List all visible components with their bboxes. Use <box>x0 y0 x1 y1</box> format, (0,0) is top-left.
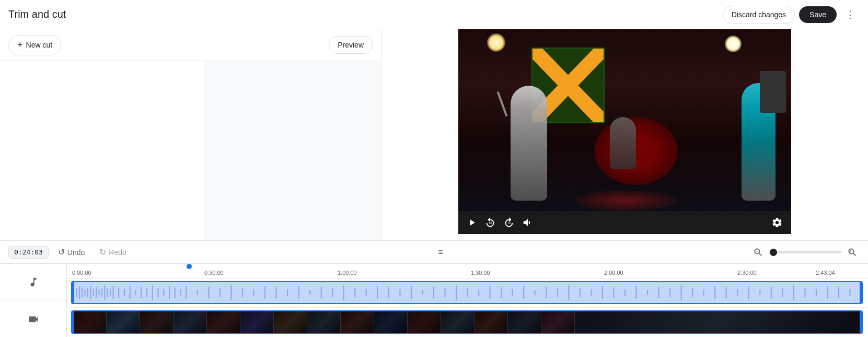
timeline-ruler: 0:00:00 0:30:00 1:00:00 1:30:00 2:00:00 <box>67 264 868 278</box>
forward10-button[interactable]: 10 <box>503 217 515 228</box>
svg-rect-68 <box>568 285 569 300</box>
svg-rect-89 <box>804 288 805 297</box>
ruler-mark-0: 0:00:00 <box>71 270 204 276</box>
svg-rect-72 <box>613 287 614 298</box>
more-vert-icon: ⋮ <box>845 8 855 21</box>
svg-rect-65 <box>535 290 536 295</box>
new-cut-button[interactable]: + New cut <box>8 35 61 55</box>
svg-rect-51 <box>377 286 378 299</box>
svg-rect-27 <box>146 288 147 297</box>
svg-rect-18 <box>104 285 105 300</box>
save-button[interactable]: Save <box>799 6 837 23</box>
drummer-silhouette <box>610 117 636 169</box>
svg-rect-32 <box>175 287 176 298</box>
settings-button[interactable] <box>771 217 783 228</box>
svg-rect-57 <box>444 288 445 297</box>
svg-rect-30 <box>163 289 164 296</box>
svg-rect-70 <box>591 289 592 296</box>
svg-rect-14 <box>93 289 94 296</box>
replay10-icon: 10 <box>484 217 496 228</box>
audio-clip[interactable] <box>72 281 862 304</box>
svg-rect-28 <box>152 285 153 300</box>
svg-rect-15 <box>96 287 97 298</box>
video-clip-left-handle[interactable] <box>71 310 74 334</box>
stage-light-right <box>725 36 742 52</box>
svg-rect-17 <box>101 288 102 297</box>
svg-rect-20 <box>110 289 111 296</box>
zoom-in-button[interactable] <box>845 245 860 260</box>
svg-rect-49 <box>354 288 355 297</box>
svg-rect-19 <box>107 288 108 297</box>
preview-button[interactable]: Preview <box>329 36 373 54</box>
video-controls-bar: 10 10 <box>458 211 791 234</box>
svg-rect-9 <box>79 286 80 299</box>
svg-rect-24 <box>130 286 131 299</box>
ruler-mark-6: 2:43:04 <box>816 270 835 276</box>
volume-button[interactable] <box>522 217 534 228</box>
svg-rect-8 <box>76 288 77 297</box>
svg-rect-82 <box>726 287 727 298</box>
svg-rect-22 <box>118 287 119 298</box>
play-button[interactable] <box>467 217 477 228</box>
svg-rect-85 <box>759 290 760 295</box>
audio-track <box>67 278 868 308</box>
zoom-slider-thumb[interactable] <box>770 249 777 256</box>
svg-rect-93 <box>849 289 850 296</box>
zoom-out-button[interactable] <box>751 245 766 260</box>
volume-icon <box>522 217 534 228</box>
svg-rect-92 <box>838 287 839 298</box>
replay10-button[interactable]: 10 <box>484 217 496 228</box>
svg-rect-53 <box>399 289 400 296</box>
zoom-slider[interactable] <box>769 251 842 253</box>
undo-button[interactable]: ↺ Undo <box>53 244 90 260</box>
ruler-mark-4: 2:00:00 <box>604 270 737 276</box>
svg-rect-44 <box>298 286 299 299</box>
playhead <box>189 264 190 278</box>
svg-rect-67 <box>557 288 558 297</box>
video-clip-right-handle[interactable] <box>860 310 863 334</box>
svg-rect-45 <box>309 290 310 295</box>
ruler-mark-5: 2:30:00 <box>737 270 816 276</box>
svg-rect-39 <box>242 288 243 297</box>
track-icons-column <box>0 264 67 337</box>
svg-rect-46 <box>321 287 322 298</box>
svg-rect-87 <box>782 288 783 297</box>
svg-rect-42 <box>276 287 277 298</box>
plus-icon: + <box>17 40 23 51</box>
svg-rect-58 <box>456 285 457 300</box>
svg-rect-71 <box>602 286 603 299</box>
zoom-out-icon <box>753 247 763 258</box>
video-track-icon-row <box>0 301 66 337</box>
svg-rect-50 <box>366 289 367 296</box>
svg-rect-90 <box>816 289 817 296</box>
more-options-button[interactable]: ⋮ <box>841 5 860 24</box>
svg-rect-13 <box>90 286 91 299</box>
video-camera-icon <box>28 313 39 325</box>
audio-clip-left-handle[interactable] <box>71 281 74 304</box>
svg-text:10: 10 <box>507 222 511 225</box>
video-player <box>458 29 791 211</box>
svg-rect-23 <box>124 289 125 296</box>
svg-rect-78 <box>681 285 682 300</box>
svg-rect-33 <box>180 289 181 296</box>
svg-rect-61 <box>490 286 491 299</box>
performer-silhouette <box>511 86 547 201</box>
redo-button[interactable]: ↻ Redo <box>94 244 131 260</box>
undo-icon: ↺ <box>58 247 65 257</box>
audio-track-icon-row <box>0 264 66 301</box>
time-display: 0:24:03 <box>8 246 49 259</box>
svg-rect-43 <box>287 289 288 296</box>
video-track <box>67 308 868 337</box>
svg-rect-21 <box>112 286 113 299</box>
svg-rect-55 <box>422 290 423 295</box>
ruler-mark-2: 1:00:00 <box>338 270 471 276</box>
discard-changes-button[interactable]: Discard changes <box>723 6 795 24</box>
svg-rect-38 <box>230 285 232 300</box>
svg-rect-10 <box>82 287 83 298</box>
redo-icon: ↻ <box>99 247 106 257</box>
audio-clip-right-handle[interactable] <box>860 281 863 304</box>
drag-handle-icon: ≡ <box>438 248 444 257</box>
video-clip[interactable] <box>72 310 862 334</box>
svg-rect-56 <box>433 287 434 298</box>
svg-rect-80 <box>703 289 704 296</box>
